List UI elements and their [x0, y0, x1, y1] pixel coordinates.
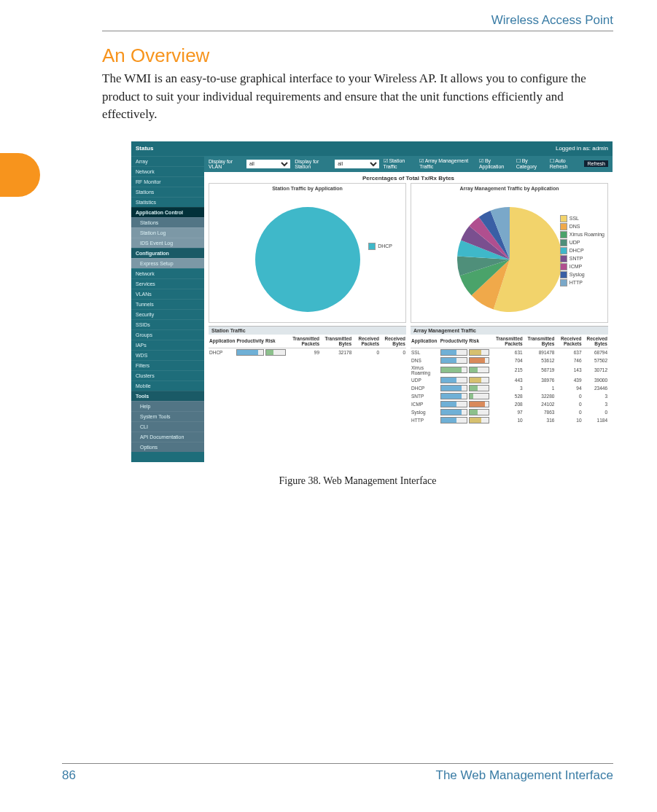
- sidebar-item[interactable]: CLI: [131, 421, 204, 432]
- sidebar-item[interactable]: IAPs: [131, 340, 204, 350]
- table-array-traffic: Array Management Traffic ApplicationProd…: [411, 326, 608, 424]
- status-label: Status: [136, 145, 153, 152]
- legend-item: DNS: [560, 223, 604, 230]
- wmi-topbar: Status Logged in as: admin: [131, 141, 613, 156]
- sidebar-item[interactable]: VLANs: [131, 289, 204, 299]
- legend-item: DHCP: [368, 243, 392, 250]
- sidebar-item[interactable]: Stations: [131, 187, 204, 197]
- sidebar-item[interactable]: Array: [131, 156, 204, 166]
- table1-title: Station Traffic: [209, 327, 406, 335]
- legend-item: Xirrus Roaming: [560, 231, 604, 238]
- wmi-sidebar: ArrayNetworkRF MonitorStationsStatistics…: [131, 156, 204, 462]
- running-head: Wireless Access Point: [102, 13, 613, 31]
- sidebar-item[interactable]: SSIDs: [131, 319, 204, 329]
- page-side-tab: [0, 153, 40, 197]
- vlan-label: Display for VLAN: [209, 159, 242, 169]
- legend-item: SSL: [560, 215, 604, 222]
- chart-station-traffic: Station Traffic by Application DHCP: [209, 183, 406, 323]
- logged-in-label: Logged in as: admin: [556, 145, 608, 152]
- table-row: Xirrus Roaming2155871914330712: [411, 364, 608, 376]
- legend-item: HTTP: [560, 279, 604, 286]
- sidebar-item[interactable]: Filters: [131, 360, 204, 370]
- pie-chart-1: [255, 207, 360, 312]
- table-row: ICMP2082410203: [411, 400, 608, 408]
- station-select[interactable]: all: [335, 160, 378, 168]
- charts-supertitle: Percentages of Total Tx/Rx Bytes: [204, 172, 613, 183]
- cb-by-category[interactable]: By Category: [516, 158, 537, 169]
- cb-by-application[interactable]: By Application: [479, 158, 504, 169]
- legend-item: UDP: [560, 239, 604, 246]
- chart-array-traffic: Array Management Traffic by Application …: [411, 183, 608, 323]
- cb-array-traffic[interactable]: Array Management Traffic: [419, 158, 468, 169]
- auto-refresh-toggle[interactable]: Auto Refresh: [550, 158, 568, 169]
- sidebar-item[interactable]: Mobile: [131, 380, 204, 391]
- table-row: DHCP319423446: [411, 384, 608, 392]
- sidebar-item[interactable]: Security: [131, 309, 204, 319]
- svg-point-0: [255, 207, 360, 312]
- sidebar-item[interactable]: API Documentation: [131, 432, 204, 442]
- legend-item: SNTP: [560, 255, 604, 262]
- wmi-filterbar: Display for VLAN all Display for Station…: [204, 156, 613, 172]
- sidebar-item[interactable]: Help: [131, 401, 204, 411]
- table-station-traffic: Station Traffic ApplicationProductivityR…: [209, 326, 406, 424]
- table-row: SSL63189147863768794: [411, 348, 608, 356]
- wmi-screenshot: Status Logged in as: admin ArrayNetworkR…: [131, 141, 613, 462]
- section-heading: An Overview: [102, 44, 613, 67]
- legend-item: ICMP: [560, 263, 604, 270]
- sidebar-item[interactable]: Station Log: [131, 227, 204, 238]
- table-row: Syslog97786300: [411, 408, 608, 416]
- sidebar-item[interactable]: Tunnels: [131, 299, 204, 309]
- sidebar-item[interactable]: Statistics: [131, 197, 204, 207]
- sidebar-item[interactable]: RF Monitor: [131, 176, 204, 187]
- legend-item: Syslog: [560, 271, 604, 278]
- table-row: DHCP993217800: [209, 348, 406, 356]
- sidebar-item[interactable]: Groups: [131, 329, 204, 340]
- pie-chart-2: [457, 207, 562, 312]
- sidebar-item[interactable]: Tools: [131, 391, 204, 401]
- table-row: UDP4433897643939000: [411, 376, 608, 384]
- sidebar-item[interactable]: WDS: [131, 350, 204, 360]
- chart2-title: Array Management Traffic by Application: [411, 184, 607, 193]
- sidebar-item[interactable]: Stations: [131, 217, 204, 227]
- station-label: Display for Station: [295, 159, 330, 169]
- sidebar-item[interactable]: Application Control: [131, 207, 204, 217]
- sidebar-item[interactable]: Express Setup: [131, 258, 204, 268]
- sidebar-item[interactable]: Configuration: [131, 248, 204, 258]
- cb-station-traffic[interactable]: Station Traffic: [384, 158, 405, 169]
- page-number: 86: [62, 768, 76, 783]
- legend-1: DHCP: [368, 242, 392, 251]
- legend-item: DHCP: [560, 247, 604, 254]
- sidebar-item[interactable]: IDS Event Log: [131, 238, 204, 248]
- wmi-main: Percentages of Total Tx/Rx Bytes Station…: [204, 172, 613, 462]
- body-paragraph: The WMI is an easy-to-use graphical inte…: [102, 70, 613, 124]
- sidebar-item[interactable]: Clusters: [131, 370, 204, 380]
- table2-title: Array Management Traffic: [411, 327, 608, 335]
- refresh-button[interactable]: Refresh: [584, 160, 608, 167]
- sidebar-item[interactable]: Options: [131, 442, 204, 452]
- table-row: SNTP5283228003: [411, 392, 608, 400]
- table-row: DNS7045361274657502: [411, 356, 608, 364]
- chart1-title: Station Traffic by Application: [209, 184, 405, 193]
- legend-2: SSLDNSXirrus RoamingUDPDHCPSNTPICMPSyslo…: [560, 214, 604, 287]
- page-footer: 86 The Web Management Interface: [62, 763, 613, 783]
- sidebar-item[interactable]: Services: [131, 278, 204, 289]
- sidebar-item[interactable]: Network: [131, 268, 204, 278]
- table-row: HTTP10316101184: [411, 416, 608, 424]
- figure-caption: Figure 38. Web Management Interface: [102, 475, 613, 487]
- sidebar-item[interactable]: Network: [131, 166, 204, 176]
- sidebar-item[interactable]: System Tools: [131, 411, 204, 421]
- footer-title: The Web Management Interface: [436, 768, 614, 783]
- vlan-select[interactable]: all: [246, 160, 290, 168]
